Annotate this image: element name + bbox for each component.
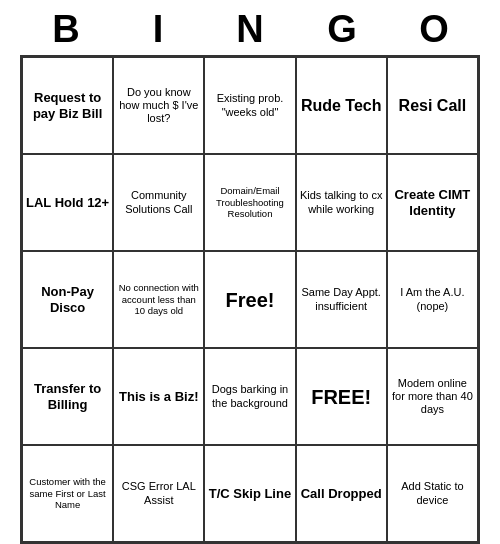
bingo-cell-6: Community Solutions Call <box>113 154 204 251</box>
bingo-cell-1: Do you know how much $ I've lost? <box>113 57 204 154</box>
bingo-cell-3: Rude Tech <box>296 57 387 154</box>
bingo-cell-15: Transfer to Billing <box>22 348 113 445</box>
bingo-cell-21: CSG Error LAL Assist <box>113 445 204 542</box>
bingo-cell-10: Non-Pay Disco <box>22 251 113 348</box>
bingo-cell-8: Kids talking to cx while working <box>296 154 387 251</box>
bingo-cell-11: No connection with account less than 10 … <box>113 251 204 348</box>
bingo-cell-14: I Am the A.U. (nope) <box>387 251 478 348</box>
title-n: N <box>220 8 280 51</box>
bingo-cell-17: Dogs barking in the background <box>204 348 295 445</box>
bingo-grid: Request to pay Biz BillDo you know how m… <box>20 55 480 544</box>
bingo-title: B I N G O <box>20 0 480 55</box>
title-g: G <box>312 8 372 51</box>
bingo-cell-7: Domain/Email Troubleshooting Resolution <box>204 154 295 251</box>
title-o: O <box>404 8 464 51</box>
bingo-cell-5: LAL Hold 12+ <box>22 154 113 251</box>
bingo-cell-24: Add Static to device <box>387 445 478 542</box>
title-i: I <box>128 8 188 51</box>
bingo-cell-9: Create CIMT Identity <box>387 154 478 251</box>
bingo-cell-23: Call Dropped <box>296 445 387 542</box>
title-b: B <box>36 8 96 51</box>
bingo-cell-12: Free! <box>204 251 295 348</box>
bingo-cell-0: Request to pay Biz Bill <box>22 57 113 154</box>
bingo-cell-22: T/C Skip Line <box>204 445 295 542</box>
bingo-cell-2: Existing prob. "weeks old" <box>204 57 295 154</box>
bingo-cell-19: Modem online for more than 40 days <box>387 348 478 445</box>
bingo-cell-4: Resi Call <box>387 57 478 154</box>
bingo-cell-18: FREE! <box>296 348 387 445</box>
bingo-cell-20: Customer with the same First or Last Nam… <box>22 445 113 542</box>
bingo-cell-16: This is a Biz! <box>113 348 204 445</box>
bingo-cell-13: Same Day Appt. insufficient <box>296 251 387 348</box>
